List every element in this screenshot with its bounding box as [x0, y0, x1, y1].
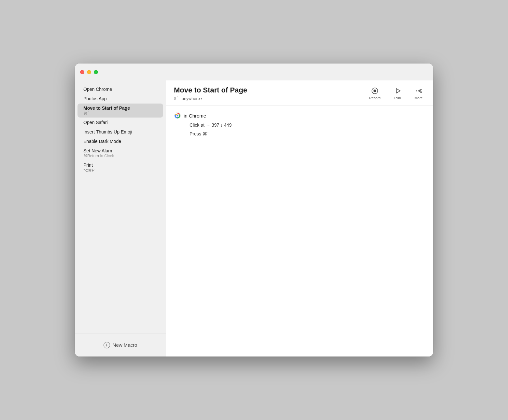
svg-point-3: [416, 91, 417, 91]
action-item-2: Press ⌘`: [190, 131, 425, 137]
more-icon: [415, 87, 422, 95]
in-app-text: in Clock: [100, 154, 114, 158]
sidebar-item-shortcut: ⌘ `: [83, 111, 157, 116]
svg-point-5: [420, 91, 421, 91]
more-label: More: [415, 96, 423, 100]
sidebar-item-label: Print: [83, 162, 157, 168]
sidebar-item-shortcut: ⌥⌘P: [83, 168, 157, 173]
trigger-where-label: anywhere: [182, 96, 200, 101]
main-window: Open Chrome Photos App Move to Start of …: [75, 63, 433, 357]
plus-icon: +: [104, 342, 110, 348]
sidebar-footer: + New Macro: [75, 333, 166, 357]
actions-list: Click at → 397 ↓ 449 Press ⌘`: [184, 122, 425, 137]
content-area: Move to Start of Page ⌘` anywhere ▾: [166, 80, 433, 357]
macro-trigger: ⌘` anywhere ▾: [174, 96, 247, 101]
sidebar-item-photos-app[interactable]: Photos App: [78, 94, 163, 103]
sidebar-item-print[interactable]: Print ⌥⌘P: [78, 161, 163, 175]
new-macro-label: New Macro: [113, 342, 137, 348]
run-icon: [394, 87, 402, 95]
content-header: Move to Start of Page ⌘` anywhere ▾: [166, 80, 433, 105]
svg-marker-2: [396, 89, 400, 93]
svg-point-9: [177, 115, 178, 117]
sidebar-item-move-to-start[interactable]: Move to Start of Page ⌘ `: [78, 104, 163, 118]
sidebar-list: Open Chrome Photos App Move to Start of …: [75, 80, 166, 333]
trigger-where-button[interactable]: anywhere ▾: [182, 96, 202, 101]
app-group: in Chrome Click at → 397 ↓ 449 Press ⌘`: [174, 112, 425, 137]
sidebar-item-label: Enable Dark Mode: [83, 139, 157, 144]
sidebar-item-set-new-alarm[interactable]: Set New Alarm ⌘Return in Clock: [78, 146, 163, 160]
macro-title: Move to Start of Page: [174, 86, 247, 94]
app-name-label: in Chrome: [184, 113, 206, 119]
minimize-button[interactable]: [87, 70, 91, 74]
sidebar-item-open-chrome[interactable]: Open Chrome: [78, 85, 163, 94]
svg-point-1: [374, 90, 376, 92]
sidebar-item-open-safari[interactable]: Open Safari: [78, 118, 163, 127]
sidebar-item-label: Move to Start of Page: [83, 105, 157, 111]
main-layout: Open Chrome Photos App Move to Start of …: [75, 80, 433, 357]
sidebar-item-label: Photos App: [83, 96, 157, 101]
sidebar-item-label: Open Safari: [83, 120, 157, 125]
sidebar-item-label: Set New Alarm: [83, 148, 157, 153]
close-button[interactable]: [80, 70, 84, 74]
header-left: Move to Start of Page ⌘` anywhere ▾: [174, 86, 247, 101]
sidebar-item-shortcut: ⌘Return in Clock: [83, 154, 157, 158]
record-icon: [371, 87, 379, 95]
more-button[interactable]: More: [412, 86, 425, 101]
content-body: in Chrome Click at → 397 ↓ 449 Press ⌘`: [166, 105, 433, 357]
chrome-icon: [174, 112, 181, 119]
record-button[interactable]: Record: [366, 86, 383, 101]
record-label: Record: [369, 96, 380, 100]
action-item-1: Click at → 397 ↓ 449: [190, 122, 425, 129]
shortcut-text: ⌘Return: [83, 154, 99, 158]
app-header: in Chrome: [174, 112, 425, 119]
maximize-button[interactable]: [94, 70, 98, 74]
traffic-lights: [80, 70, 98, 74]
sidebar-item-label: Open Chrome: [83, 87, 157, 92]
new-macro-button[interactable]: + New Macro: [98, 339, 143, 351]
sidebar-item-enable-dark-mode[interactable]: Enable Dark Mode: [78, 137, 163, 146]
title-bar: [75, 63, 433, 80]
sidebar: Open Chrome Photos App Move to Start of …: [75, 80, 166, 357]
header-actions: Record Run: [366, 86, 425, 101]
svg-point-4: [418, 91, 419, 91]
run-button[interactable]: Run: [391, 86, 404, 101]
run-label: Run: [394, 96, 401, 100]
trigger-shortcut: ⌘`: [174, 96, 179, 101]
chevron-down-icon: ▾: [201, 97, 202, 100]
sidebar-item-insert-thumbs[interactable]: Insert Thumbs Up Emoji: [78, 127, 163, 136]
sidebar-item-label: Insert Thumbs Up Emoji: [83, 129, 157, 134]
